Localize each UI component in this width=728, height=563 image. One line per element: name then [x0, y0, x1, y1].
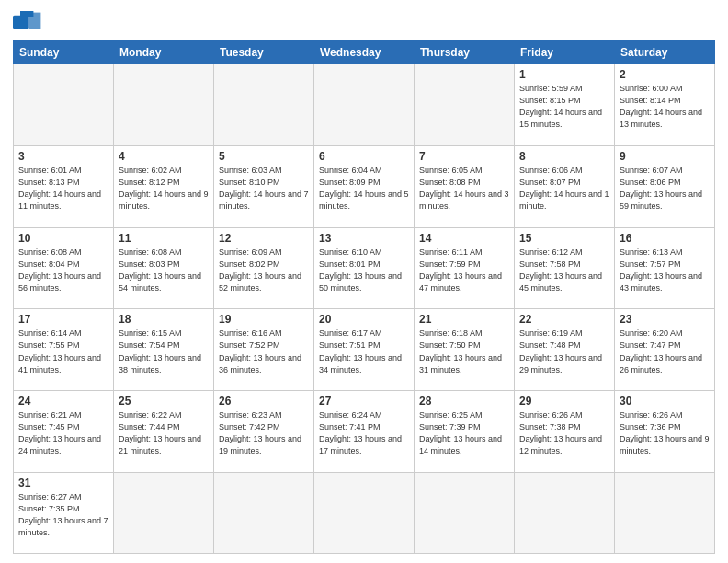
- cal-cell: 2Sunrise: 6:00 AMSunset: 8:14 PMDaylight…: [615, 64, 715, 146]
- cal-cell: 19Sunrise: 6:16 AMSunset: 7:52 PMDayligh…: [214, 309, 314, 391]
- cal-cell: [214, 473, 314, 554]
- day-header-tuesday: Tuesday: [214, 41, 314, 64]
- sun-info: Sunrise: 6:13 AMSunset: 7:57 PMDaylight:…: [620, 247, 710, 294]
- svg-rect-0: [13, 16, 29, 29]
- svg-marker-2: [20, 11, 33, 17]
- day-header-thursday: Thursday: [415, 41, 515, 64]
- sun-info: Sunrise: 6:11 AMSunset: 7:59 PMDaylight:…: [419, 247, 509, 294]
- cal-cell: [114, 64, 214, 146]
- sun-info: Sunrise: 6:17 AMSunset: 7:51 PMDaylight:…: [319, 327, 409, 375]
- cal-cell: 28Sunrise: 6:25 AMSunset: 7:39 PMDayligh…: [415, 391, 515, 473]
- day-number: 31: [18, 477, 108, 489]
- week-row-3: 17Sunrise: 6:14 AMSunset: 7:55 PMDayligh…: [14, 309, 715, 391]
- day-header-friday: Friday: [515, 41, 615, 64]
- day-header-sunday: Sunday: [14, 41, 114, 64]
- week-row-4: 24Sunrise: 6:21 AMSunset: 7:45 PMDayligh…: [14, 391, 715, 473]
- page: SundayMondayTuesdayWednesdayThursdayFrid…: [0, 0, 728, 563]
- sun-info: Sunrise: 6:26 AMSunset: 7:38 PMDaylight:…: [519, 409, 609, 457]
- cal-cell: 20Sunrise: 6:17 AMSunset: 7:51 PMDayligh…: [314, 309, 415, 391]
- cal-cell: [14, 64, 114, 146]
- cal-cell: [214, 64, 314, 146]
- day-number: 12: [219, 232, 309, 245]
- cal-cell: 26Sunrise: 6:23 AMSunset: 7:42 PMDayligh…: [214, 391, 314, 473]
- cal-cell: 17Sunrise: 6:14 AMSunset: 7:55 PMDayligh…: [14, 309, 114, 391]
- logo-icon: [13, 9, 42, 35]
- cal-cell: 3Sunrise: 6:01 AMSunset: 8:13 PMDaylight…: [14, 145, 114, 227]
- cal-cell: 8Sunrise: 6:06 AMSunset: 8:07 PMDaylight…: [515, 145, 615, 227]
- sun-info: Sunrise: 5:59 AMSunset: 8:15 PMDaylight:…: [519, 83, 609, 131]
- sun-info: Sunrise: 6:25 AMSunset: 7:39 PMDaylight:…: [419, 409, 509, 457]
- day-number: 4: [119, 150, 209, 163]
- day-number: 2: [620, 68, 710, 81]
- day-number: 15: [519, 232, 609, 245]
- week-row-1: 3Sunrise: 6:01 AMSunset: 8:13 PMDaylight…: [14, 145, 715, 227]
- sun-info: Sunrise: 6:08 AMSunset: 8:03 PMDaylight:…: [119, 247, 209, 294]
- cal-cell: 27Sunrise: 6:24 AMSunset: 7:41 PMDayligh…: [314, 391, 415, 473]
- cal-cell: 25Sunrise: 6:22 AMSunset: 7:44 PMDayligh…: [114, 391, 214, 473]
- cal-cell: [415, 473, 515, 554]
- cal-cell: 24Sunrise: 6:21 AMSunset: 7:45 PMDayligh…: [14, 391, 114, 473]
- cal-cell: [314, 473, 415, 554]
- cal-cell: 22Sunrise: 6:19 AMSunset: 7:48 PMDayligh…: [515, 309, 615, 391]
- header: [13, 9, 715, 35]
- day-number: 20: [319, 313, 409, 326]
- cal-cell: 31Sunrise: 6:27 AMSunset: 7:35 PMDayligh…: [14, 473, 114, 554]
- sun-info: Sunrise: 6:05 AMSunset: 8:08 PMDaylight:…: [419, 165, 509, 213]
- cal-cell: 5Sunrise: 6:03 AMSunset: 8:10 PMDaylight…: [214, 145, 314, 227]
- sun-info: Sunrise: 6:01 AMSunset: 8:13 PMDaylight:…: [18, 165, 108, 213]
- cal-cell: 11Sunrise: 6:08 AMSunset: 8:03 PMDayligh…: [114, 227, 214, 309]
- cal-cell: 7Sunrise: 6:05 AMSunset: 8:08 PMDaylight…: [415, 145, 515, 227]
- sun-info: Sunrise: 6:18 AMSunset: 7:50 PMDaylight:…: [419, 327, 509, 375]
- day-number: 22: [519, 313, 609, 326]
- day-number: 19: [219, 313, 309, 326]
- cal-cell: 9Sunrise: 6:07 AMSunset: 8:06 PMDaylight…: [615, 145, 715, 227]
- calendar-body: 1Sunrise: 5:59 AMSunset: 8:15 PMDaylight…: [14, 64, 715, 554]
- sun-info: Sunrise: 6:20 AMSunset: 7:47 PMDaylight:…: [620, 327, 710, 375]
- calendar-header-row: SundayMondayTuesdayWednesdayThursdayFrid…: [14, 41, 715, 64]
- day-number: 3: [18, 150, 108, 163]
- cal-cell: 15Sunrise: 6:12 AMSunset: 7:58 PMDayligh…: [515, 227, 615, 309]
- sun-info: Sunrise: 6:02 AMSunset: 8:12 PMDaylight:…: [119, 165, 209, 213]
- sun-info: Sunrise: 6:12 AMSunset: 7:58 PMDaylight:…: [519, 247, 609, 294]
- cal-cell: [515, 473, 615, 554]
- day-header-monday: Monday: [114, 41, 214, 64]
- cal-cell: 4Sunrise: 6:02 AMSunset: 8:12 PMDaylight…: [114, 145, 214, 227]
- week-row-0: 1Sunrise: 5:59 AMSunset: 8:15 PMDaylight…: [14, 64, 715, 146]
- day-number: 24: [18, 395, 108, 408]
- sun-info: Sunrise: 6:04 AMSunset: 8:09 PMDaylight:…: [319, 165, 409, 213]
- sun-info: Sunrise: 6:22 AMSunset: 7:44 PMDaylight:…: [119, 409, 209, 457]
- cal-cell: 13Sunrise: 6:10 AMSunset: 8:01 PMDayligh…: [314, 227, 415, 309]
- day-number: 1: [519, 68, 609, 81]
- week-row-2: 10Sunrise: 6:08 AMSunset: 8:04 PMDayligh…: [14, 227, 715, 309]
- day-number: 23: [620, 313, 710, 326]
- sun-info: Sunrise: 6:00 AMSunset: 8:14 PMDaylight:…: [620, 83, 710, 131]
- cal-cell: [615, 473, 715, 554]
- day-number: 21: [419, 313, 509, 326]
- cal-cell: [114, 473, 214, 554]
- sun-info: Sunrise: 6:10 AMSunset: 8:01 PMDaylight:…: [319, 247, 409, 294]
- calendar-table: SundayMondayTuesdayWednesdayThursdayFrid…: [13, 40, 715, 554]
- day-header-wednesday: Wednesday: [314, 41, 415, 64]
- sun-info: Sunrise: 6:15 AMSunset: 7:54 PMDaylight:…: [119, 327, 209, 375]
- sun-info: Sunrise: 6:08 AMSunset: 8:04 PMDaylight:…: [18, 247, 108, 294]
- day-number: 28: [419, 395, 509, 408]
- sun-info: Sunrise: 6:03 AMSunset: 8:10 PMDaylight:…: [219, 165, 309, 213]
- sun-info: Sunrise: 6:16 AMSunset: 7:52 PMDaylight:…: [219, 327, 309, 375]
- day-number: 27: [319, 395, 409, 408]
- logo: [13, 9, 46, 35]
- day-number: 26: [219, 395, 309, 408]
- cal-cell: [415, 64, 515, 146]
- sun-info: Sunrise: 6:24 AMSunset: 7:41 PMDaylight:…: [319, 409, 409, 457]
- cal-cell: 1Sunrise: 5:59 AMSunset: 8:15 PMDaylight…: [515, 64, 615, 146]
- cal-cell: 23Sunrise: 6:20 AMSunset: 7:47 PMDayligh…: [615, 309, 715, 391]
- day-number: 16: [620, 232, 710, 245]
- day-header-saturday: Saturday: [615, 41, 715, 64]
- day-number: 5: [219, 150, 309, 163]
- sun-info: Sunrise: 6:07 AMSunset: 8:06 PMDaylight:…: [620, 165, 710, 213]
- day-number: 14: [419, 232, 509, 245]
- sun-info: Sunrise: 6:26 AMSunset: 7:36 PMDaylight:…: [620, 409, 710, 457]
- day-number: 29: [519, 395, 609, 408]
- cal-cell: 29Sunrise: 6:26 AMSunset: 7:38 PMDayligh…: [515, 391, 615, 473]
- day-number: 17: [18, 313, 108, 326]
- day-number: 18: [119, 313, 209, 326]
